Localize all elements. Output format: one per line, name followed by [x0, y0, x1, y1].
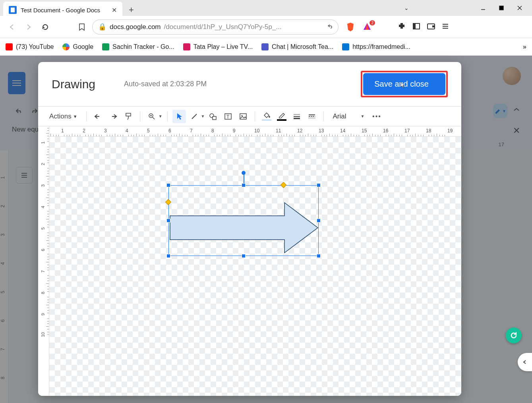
bookmark-google[interactable]: Google	[62, 43, 93, 50]
bookmark-sheets[interactable]: Sachin Tracker - Go...	[102, 43, 174, 50]
tataplay-icon	[183, 43, 190, 50]
resize-handle-se[interactable]	[317, 254, 321, 258]
new-tab-button[interactable]: +	[129, 5, 134, 15]
resize-handle-n[interactable]	[242, 183, 246, 187]
vruler-tick: 9	[41, 313, 45, 316]
vertical-ruler: 12345678910	[38, 126, 49, 396]
svg-rect-9	[432, 25, 435, 27]
window-minimize-button[interactable]	[474, 2, 492, 14]
nav-back-button[interactable]	[6, 21, 18, 33]
hruler-tick: 16	[383, 128, 388, 134]
hruler-tick: 15	[362, 128, 367, 134]
rewards-badge: 2	[369, 20, 375, 25]
bookmark-overflow-button[interactable]: »	[523, 43, 526, 50]
youtube-icon	[6, 43, 13, 50]
drawing-modal: Drawing Auto-saved at 2:03:28 PM Save an…	[38, 62, 461, 396]
google-icon	[62, 43, 70, 50]
rotation-handle[interactable]	[242, 171, 246, 175]
resize-handle-ne[interactable]	[317, 183, 321, 187]
undo-button[interactable]	[91, 110, 105, 123]
shape-tool[interactable]	[206, 110, 220, 123]
url-path: /document/d/1hP_y_UsnQ7YoPy-5p_...	[164, 23, 282, 31]
border-color-button[interactable]	[275, 110, 288, 123]
hruler-tick: 8	[211, 128, 214, 134]
hruler-tick: 6	[168, 128, 171, 134]
hruler-tick: 18	[426, 128, 431, 134]
hruler-tick: 3	[104, 128, 107, 134]
share-icon[interactable]	[325, 22, 333, 31]
lock-icon: 🔒	[98, 23, 106, 31]
image-tool[interactable]	[236, 110, 250, 123]
svg-rect-7	[413, 23, 416, 29]
bookmark-bar: (73) YouTube Google Sachin Tracker - Go.…	[0, 38, 532, 56]
hruler-tick: 2	[83, 128, 85, 134]
resize-handle-sw[interactable]	[166, 254, 170, 258]
zoom-dropdown[interactable]: ▼	[145, 110, 163, 123]
more-options-button[interactable]: •••	[370, 110, 383, 123]
hruler-tick: 9	[233, 128, 236, 134]
horizontal-ruler: 12345678910111213141516171819	[49, 126, 461, 137]
paint-format-button[interactable]	[122, 110, 135, 123]
nav-forward-button[interactable]	[22, 21, 35, 33]
window-close-button[interactable]	[511, 2, 529, 14]
font-selector[interactable]: Arial▼	[329, 112, 368, 120]
hruler-tick: 19	[447, 128, 453, 134]
line-tool[interactable]: ▼	[188, 110, 205, 123]
vruler-tick: 3	[41, 184, 45, 187]
vruler-tick: 5	[41, 227, 45, 230]
hruler-tick: 14	[340, 128, 345, 134]
drawing-toolbar: Actions▼ ▼ ▼ T Arial▼ •••	[38, 107, 461, 126]
save-and-close-button[interactable]: Save and close	[363, 73, 445, 95]
hruler-tick: 7	[190, 128, 193, 134]
brave-rewards-icon[interactable]: 2	[362, 22, 373, 32]
svg-line-21	[192, 114, 197, 119]
canvas-area: 12345678910 1234567891011121314151617181…	[38, 126, 461, 396]
resize-handle-s[interactable]	[242, 254, 246, 258]
svg-rect-16	[126, 113, 131, 116]
bookmark-icon[interactable]	[75, 21, 88, 33]
bookmark-youtube[interactable]: (73) YouTube	[6, 43, 54, 50]
actions-menu[interactable]: Actions▼	[45, 110, 81, 123]
resize-handle-w[interactable]	[166, 219, 170, 223]
drawing-canvas[interactable]	[49, 137, 461, 396]
browser-tab[interactable]: Test Document - Google Docs ✕	[3, 2, 122, 18]
select-tool[interactable]	[172, 110, 186, 123]
extensions-icon[interactable]	[397, 22, 406, 32]
vruler-tick: 2	[41, 163, 45, 165]
bookmark-tataplay[interactable]: Tata Play – Live TV...	[183, 43, 253, 50]
tab-close-button[interactable]: ✕	[112, 6, 117, 14]
hruler-tick: 12	[297, 128, 302, 134]
autosave-status: Auto-saved at 2:03:28 PM	[124, 80, 207, 88]
window-maximize-button[interactable]	[492, 2, 511, 14]
sidepanel-icon[interactable]	[412, 22, 420, 32]
bookmark-onedrive[interactable]: https://framedmedi...	[342, 43, 410, 50]
teams-icon	[261, 43, 269, 50]
textbox-tool[interactable]: T	[221, 110, 235, 123]
vruler-tick: 8	[41, 292, 45, 294]
border-weight-button[interactable]	[290, 110, 304, 123]
selected-shape[interactable]	[168, 185, 319, 256]
grammarly-button[interactable]	[506, 327, 522, 343]
browser-menu-button[interactable]	[442, 23, 449, 31]
modal-title: Drawing	[52, 78, 95, 91]
wallet-icon[interactable]	[427, 22, 435, 32]
hruler-tick: 13	[319, 128, 324, 134]
vruler-tick: 1	[41, 141, 45, 144]
svg-rect-1	[499, 6, 503, 10]
vruler-tick: 4	[41, 206, 45, 208]
tab-search-chevron-icon[interactable]: ⌄	[397, 2, 416, 14]
resize-handle-nw[interactable]	[166, 183, 170, 187]
bookmark-teams[interactable]: Chat | Microsoft Tea...	[261, 43, 333, 50]
address-bar[interactable]: 🔒 docs.google.com/document/d/1hP_y_UsnQ7…	[92, 19, 339, 35]
vruler-tick: 10	[41, 332, 45, 337]
selection-box	[168, 185, 319, 256]
border-dash-button[interactable]	[305, 110, 319, 123]
brave-shield-icon[interactable]	[346, 22, 356, 32]
hruler-tick: 11	[276, 128, 281, 134]
svg-rect-26	[240, 114, 246, 119]
svg-line-18	[153, 117, 155, 119]
resize-handle-e[interactable]	[317, 219, 321, 223]
fill-color-button[interactable]	[260, 110, 273, 123]
nav-reload-button[interactable]	[39, 21, 52, 33]
redo-button[interactable]	[106, 110, 120, 123]
